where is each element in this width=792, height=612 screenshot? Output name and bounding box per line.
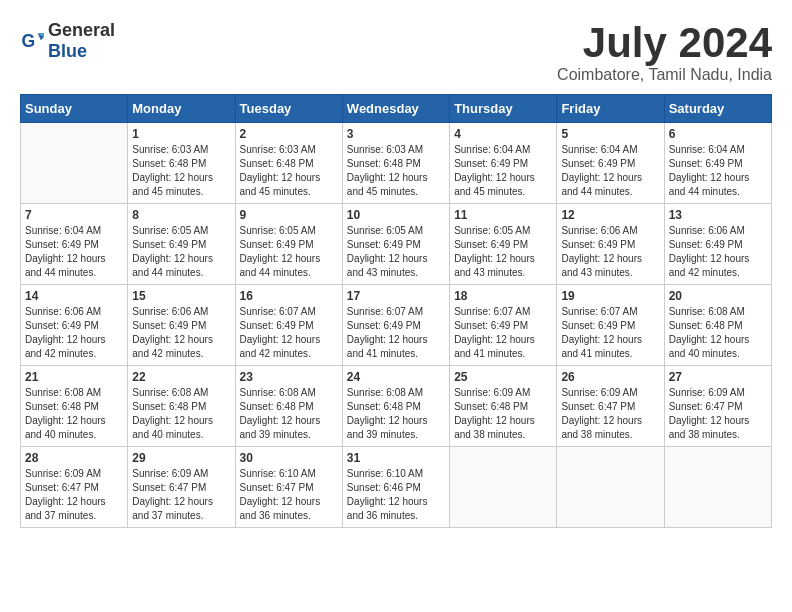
calendar-week-1: 1Sunrise: 6:03 AM Sunset: 6:48 PM Daylig… [21,123,772,204]
month-year-title: July 2024 [557,20,772,66]
day-info: Sunrise: 6:08 AM Sunset: 6:48 PM Dayligh… [669,305,767,361]
day-number: 22 [132,370,230,384]
day-number: 20 [669,289,767,303]
header-cell-saturday: Saturday [664,95,771,123]
day-info: Sunrise: 6:07 AM Sunset: 6:49 PM Dayligh… [454,305,552,361]
calendar-cell: 14Sunrise: 6:06 AM Sunset: 6:49 PM Dayli… [21,285,128,366]
location-subtitle: Coimbatore, Tamil Nadu, India [557,66,772,84]
calendar-cell [664,447,771,528]
calendar-cell: 1Sunrise: 6:03 AM Sunset: 6:48 PM Daylig… [128,123,235,204]
calendar-cell: 7Sunrise: 6:04 AM Sunset: 6:49 PM Daylig… [21,204,128,285]
day-number: 28 [25,451,123,465]
day-info: Sunrise: 6:05 AM Sunset: 6:49 PM Dayligh… [132,224,230,280]
day-number: 8 [132,208,230,222]
calendar-cell [557,447,664,528]
calendar-cell: 4Sunrise: 6:04 AM Sunset: 6:49 PM Daylig… [450,123,557,204]
day-number: 30 [240,451,338,465]
day-info: Sunrise: 6:06 AM Sunset: 6:49 PM Dayligh… [561,224,659,280]
header-cell-sunday: Sunday [21,95,128,123]
day-number: 21 [25,370,123,384]
logo-blue: Blue [48,41,87,61]
calendar-cell: 5Sunrise: 6:04 AM Sunset: 6:49 PM Daylig… [557,123,664,204]
calendar-cell: 2Sunrise: 6:03 AM Sunset: 6:48 PM Daylig… [235,123,342,204]
day-number: 16 [240,289,338,303]
calendar-week-3: 14Sunrise: 6:06 AM Sunset: 6:49 PM Dayli… [21,285,772,366]
calendar-cell: 22Sunrise: 6:08 AM Sunset: 6:48 PM Dayli… [128,366,235,447]
logo-general: General [48,20,115,40]
calendar-cell [450,447,557,528]
day-info: Sunrise: 6:10 AM Sunset: 6:47 PM Dayligh… [240,467,338,523]
day-info: Sunrise: 6:04 AM Sunset: 6:49 PM Dayligh… [561,143,659,199]
day-number: 11 [454,208,552,222]
day-number: 10 [347,208,445,222]
day-info: Sunrise: 6:07 AM Sunset: 6:49 PM Dayligh… [240,305,338,361]
day-number: 19 [561,289,659,303]
logo: G General Blue [20,20,115,62]
header-cell-wednesday: Wednesday [342,95,449,123]
calendar-cell: 8Sunrise: 6:05 AM Sunset: 6:49 PM Daylig… [128,204,235,285]
calendar-cell: 9Sunrise: 6:05 AM Sunset: 6:49 PM Daylig… [235,204,342,285]
day-info: Sunrise: 6:09 AM Sunset: 6:47 PM Dayligh… [25,467,123,523]
day-info: Sunrise: 6:09 AM Sunset: 6:47 PM Dayligh… [561,386,659,442]
calendar-cell: 11Sunrise: 6:05 AM Sunset: 6:49 PM Dayli… [450,204,557,285]
calendar-cell: 10Sunrise: 6:05 AM Sunset: 6:49 PM Dayli… [342,204,449,285]
header: G General Blue July 2024 Coimbatore, Tam… [20,20,772,84]
header-row: SundayMondayTuesdayWednesdayThursdayFrid… [21,95,772,123]
day-number: 9 [240,208,338,222]
day-info: Sunrise: 6:09 AM Sunset: 6:47 PM Dayligh… [132,467,230,523]
calendar-table: SundayMondayTuesdayWednesdayThursdayFrid… [20,94,772,528]
calendar-week-2: 7Sunrise: 6:04 AM Sunset: 6:49 PM Daylig… [21,204,772,285]
calendar-cell: 28Sunrise: 6:09 AM Sunset: 6:47 PM Dayli… [21,447,128,528]
day-info: Sunrise: 6:08 AM Sunset: 6:48 PM Dayligh… [25,386,123,442]
day-number: 5 [561,127,659,141]
calendar-cell: 20Sunrise: 6:08 AM Sunset: 6:48 PM Dayli… [664,285,771,366]
calendar-cell: 21Sunrise: 6:08 AM Sunset: 6:48 PM Dayli… [21,366,128,447]
header-cell-monday: Monday [128,95,235,123]
calendar-cell: 17Sunrise: 6:07 AM Sunset: 6:49 PM Dayli… [342,285,449,366]
day-number: 29 [132,451,230,465]
calendar-header: SundayMondayTuesdayWednesdayThursdayFrid… [21,95,772,123]
svg-text:G: G [22,31,36,51]
day-info: Sunrise: 6:09 AM Sunset: 6:48 PM Dayligh… [454,386,552,442]
day-number: 3 [347,127,445,141]
calendar-body: 1Sunrise: 6:03 AM Sunset: 6:48 PM Daylig… [21,123,772,528]
header-cell-tuesday: Tuesday [235,95,342,123]
calendar-cell: 30Sunrise: 6:10 AM Sunset: 6:47 PM Dayli… [235,447,342,528]
logo-text: General Blue [48,20,115,62]
day-number: 14 [25,289,123,303]
calendar-cell: 25Sunrise: 6:09 AM Sunset: 6:48 PM Dayli… [450,366,557,447]
day-info: Sunrise: 6:08 AM Sunset: 6:48 PM Dayligh… [347,386,445,442]
calendar-cell: 19Sunrise: 6:07 AM Sunset: 6:49 PM Dayli… [557,285,664,366]
calendar-cell: 27Sunrise: 6:09 AM Sunset: 6:47 PM Dayli… [664,366,771,447]
calendar-cell: 31Sunrise: 6:10 AM Sunset: 6:46 PM Dayli… [342,447,449,528]
day-info: Sunrise: 6:05 AM Sunset: 6:49 PM Dayligh… [240,224,338,280]
day-number: 12 [561,208,659,222]
day-number: 26 [561,370,659,384]
day-info: Sunrise: 6:06 AM Sunset: 6:49 PM Dayligh… [132,305,230,361]
calendar-cell: 18Sunrise: 6:07 AM Sunset: 6:49 PM Dayli… [450,285,557,366]
calendar-cell: 3Sunrise: 6:03 AM Sunset: 6:48 PM Daylig… [342,123,449,204]
day-number: 1 [132,127,230,141]
calendar-week-4: 21Sunrise: 6:08 AM Sunset: 6:48 PM Dayli… [21,366,772,447]
day-info: Sunrise: 6:05 AM Sunset: 6:49 PM Dayligh… [454,224,552,280]
day-info: Sunrise: 6:09 AM Sunset: 6:47 PM Dayligh… [669,386,767,442]
day-info: Sunrise: 6:07 AM Sunset: 6:49 PM Dayligh… [561,305,659,361]
calendar-cell: 26Sunrise: 6:09 AM Sunset: 6:47 PM Dayli… [557,366,664,447]
day-info: Sunrise: 6:03 AM Sunset: 6:48 PM Dayligh… [132,143,230,199]
day-info: Sunrise: 6:05 AM Sunset: 6:49 PM Dayligh… [347,224,445,280]
header-cell-friday: Friday [557,95,664,123]
day-number: 6 [669,127,767,141]
header-cell-thursday: Thursday [450,95,557,123]
calendar-cell: 12Sunrise: 6:06 AM Sunset: 6:49 PM Dayli… [557,204,664,285]
day-number: 15 [132,289,230,303]
calendar-cell: 29Sunrise: 6:09 AM Sunset: 6:47 PM Dayli… [128,447,235,528]
title-area: July 2024 Coimbatore, Tamil Nadu, India [557,20,772,84]
day-number: 31 [347,451,445,465]
calendar-cell: 23Sunrise: 6:08 AM Sunset: 6:48 PM Dayli… [235,366,342,447]
logo-icon: G [20,29,44,53]
day-number: 13 [669,208,767,222]
day-number: 7 [25,208,123,222]
day-number: 25 [454,370,552,384]
calendar-cell: 24Sunrise: 6:08 AM Sunset: 6:48 PM Dayli… [342,366,449,447]
day-info: Sunrise: 6:04 AM Sunset: 6:49 PM Dayligh… [454,143,552,199]
